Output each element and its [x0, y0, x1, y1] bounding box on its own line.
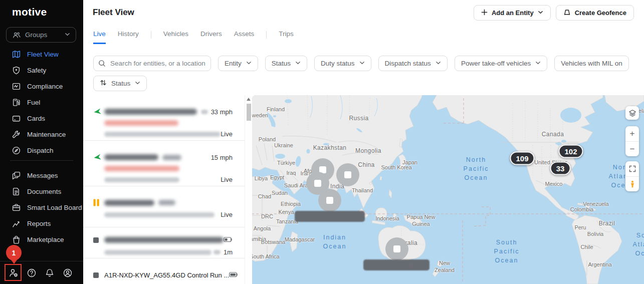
map-layers-button[interactable]: [625, 106, 639, 120]
entity-filter[interactable]: Entity: [218, 56, 258, 71]
sidebar-item-smart-load-board[interactable]: Smart Load Board: [0, 199, 83, 215]
vehicle-list: 33 mph Live 15 mph Live: [83, 95, 245, 284]
chevron-down-icon: [359, 60, 365, 67]
vehicle-speed: 33 mph: [211, 108, 233, 116]
chart-square-icon: [12, 82, 21, 91]
sidebar-item-label: Safety: [27, 67, 46, 74]
stopped-icon: [93, 272, 104, 278]
redacted-text: [104, 109, 197, 115]
sidebar-item-label: Fleet View: [27, 51, 59, 58]
dispatch-status-filter[interactable]: Dispatch status: [378, 56, 448, 71]
create-geofence-label: Create Geofence: [575, 9, 626, 17]
chevron-down-icon: [135, 80, 140, 87]
pto-filter[interactable]: Power take-off vehicles: [455, 56, 547, 71]
fleet-view-app: Motive Groups Fleet View Safety Complian…: [0, 0, 644, 284]
map-cluster[interactable]: 102: [558, 145, 583, 158]
sidebar-item-label: Cards: [27, 115, 45, 122]
sidebar-item-fleet-view[interactable]: Fleet View: [0, 46, 83, 62]
redacted-text: [104, 212, 214, 217]
redacted-text: [104, 200, 154, 206]
sidebar-item-reports[interactable]: Reports: [0, 215, 83, 231]
messages-icon: [12, 171, 21, 180]
duty-status-filter[interactable]: Duty status: [314, 56, 371, 71]
map-cluster[interactable]: 109: [510, 152, 534, 165]
fullscreen-button[interactable]: [625, 161, 639, 176]
chevron-down-icon: [535, 60, 541, 67]
sidebar-item-label: Messages: [27, 172, 58, 179]
moving-arrow-icon: [93, 153, 104, 161]
redacted-map-marker[interactable]: [385, 237, 408, 260]
vehicle-status: Live: [221, 130, 233, 138]
wrench-icon: [12, 130, 21, 139]
battery-icon: [229, 270, 238, 279]
redacted-map-marker[interactable]: [336, 163, 359, 186]
sidebar-item-label: Documents: [27, 188, 61, 195]
filter-bar: Entity Status Duty status Dispatch statu…: [93, 56, 629, 71]
credit-card-icon: [12, 114, 21, 123]
map-view-control: [625, 161, 639, 191]
sidebar-item-messages[interactable]: Messages: [0, 167, 83, 183]
briefcase-icon: [12, 203, 21, 212]
create-geofence-button[interactable]: Create Geofence: [556, 5, 634, 21]
map-cluster[interactable]: 33: [550, 162, 571, 175]
status-filter[interactable]: Status: [265, 56, 307, 71]
sidebar-item-maintenance[interactable]: Maintenance: [0, 126, 83, 142]
redacted-text: [104, 166, 179, 171]
tab-history[interactable]: History: [118, 30, 139, 43]
street-view-pegman[interactable]: [625, 176, 639, 191]
sidebar-item-label: Compliance: [27, 83, 63, 90]
redacted-text: [158, 200, 175, 205]
zoom-out-button[interactable]: −: [625, 141, 639, 156]
add-entity-label: Add an Entity: [492, 9, 534, 17]
fuel-pump-icon: [12, 98, 21, 107]
chevron-down-icon: [295, 60, 301, 67]
map-zoom-control: + −: [625, 126, 639, 156]
sidebar-item-compliance[interactable]: Compliance: [0, 78, 83, 94]
account-icon[interactable]: [63, 268, 73, 278]
sort-dropdown[interactable]: Status: [93, 76, 147, 91]
help-icon[interactable]: [27, 268, 37, 278]
map[interactable]: North Pacific Ocean South Pacific Ocean …: [252, 95, 644, 284]
sort-arrows-icon: [100, 79, 107, 88]
chevron-down-icon: [65, 31, 70, 39]
vehicle-status: Live: [221, 176, 233, 183]
tab-trips[interactable]: Trips: [279, 30, 294, 43]
search-input[interactable]: [93, 56, 211, 71]
battery-icon: [224, 235, 233, 244]
vehicle-row[interactable]: 15 mph Live: [83, 141, 245, 186]
notifications-bell-icon[interactable]: [45, 268, 55, 278]
compass-icon: [12, 146, 21, 155]
vehicle-row[interactable]: Live: [83, 186, 245, 227]
sidebar-item-dispatch[interactable]: Dispatch: [0, 142, 83, 158]
sidebar-item-label: Reports: [27, 220, 51, 227]
map-icon: [12, 50, 21, 59]
vehicle-row[interactable]: 33 mph Live: [83, 95, 245, 141]
dispatch-status-filter-label: Dispatch status: [385, 60, 431, 67]
vehicle-row[interactable]: 1m: [83, 227, 245, 258]
vehicle-row[interactable]: A1R-NXD-KYW_AG55.4GD Control Run ...: [83, 258, 245, 281]
scrollbar-up-arrow[interactable]: [247, 98, 251, 101]
sidebar-item-safety[interactable]: Safety: [0, 62, 83, 78]
sidebar-item-cards[interactable]: Cards: [0, 110, 83, 126]
sidebar-item-documents[interactable]: Documents: [0, 183, 83, 199]
tab-assets[interactable]: Assets: [234, 30, 255, 43]
plus-icon: [481, 9, 488, 17]
vehicle-title: A1R-NXD-KYW_AG55.4GD Control Run ...: [104, 271, 229, 279]
groups-icon: [12, 31, 21, 39]
add-entity-button[interactable]: Add an Entity: [474, 5, 551, 21]
tab-vehicles[interactable]: Vehicles: [163, 30, 188, 43]
tab-live[interactable]: Live: [93, 30, 106, 44]
sidebar-item-fuel[interactable]: Fuel: [0, 94, 83, 110]
chevron-down-icon: [436, 60, 441, 67]
search-box: [93, 56, 211, 71]
redacted-map-marker[interactable]: [318, 189, 341, 212]
zoom-in-button[interactable]: +: [625, 126, 639, 141]
mil-filter[interactable]: Vehicles with MIL on: [554, 56, 629, 71]
sort-bar: Status: [93, 76, 147, 91]
scrollbar-thumb[interactable]: [247, 104, 251, 121]
tab-drivers[interactable]: Drivers: [200, 30, 222, 43]
header-actions: Add an Entity Create Geofence: [474, 5, 634, 21]
sidebar-nav: Fleet View Safety Compliance Fuel Cards …: [0, 46, 83, 247]
redacted-map-label: [295, 211, 365, 222]
groups-dropdown[interactable]: Groups: [6, 27, 76, 43]
